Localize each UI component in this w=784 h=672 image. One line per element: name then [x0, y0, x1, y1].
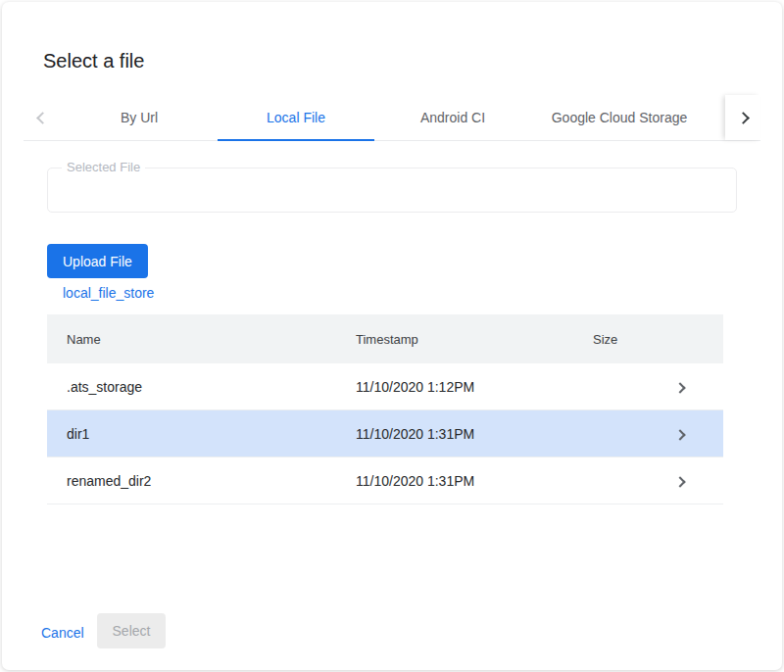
tab-android-ci[interactable]: Android CI: [374, 95, 531, 140]
dialog-title: Select a file: [43, 49, 144, 72]
table-row[interactable]: .ats_storage 11/10/2020 1:12PM: [47, 363, 723, 410]
selected-file-input[interactable]: [48, 168, 736, 212]
tab-scroll-left-button[interactable]: [24, 95, 61, 140]
file-timestamp: 11/10/2020 1:31PM: [356, 473, 593, 489]
tab-by-url[interactable]: By Url: [61, 95, 218, 140]
selected-file-label: Selected File: [62, 160, 145, 175]
file-name: renamed_dir2: [47, 473, 356, 489]
tab-label: Google Cloud Storage: [552, 110, 688, 125]
column-header-size: Size: [593, 332, 671, 347]
table-header-row: Name Timestamp Size: [47, 314, 723, 363]
tab-scroll-right-button[interactable]: [725, 95, 760, 140]
file-timestamp: 11/10/2020 1:12PM: [356, 379, 593, 395]
file-table: Name Timestamp Size .ats_storage 11/10/2…: [47, 314, 723, 504]
chevron-right-icon: [737, 112, 750, 124]
tab-label: Android CI: [420, 110, 485, 125]
tab-bar: By Url Local File Android CI Google Clou…: [24, 95, 760, 141]
tab-label: Local File: [267, 110, 325, 125]
chevron-left-icon: [36, 112, 49, 124]
file-name: .ats_storage: [47, 379, 356, 395]
table-row[interactable]: renamed_dir2 11/10/2020 1:31PM: [47, 457, 723, 504]
chevron-right-icon: [674, 382, 685, 393]
file-store-breadcrumb[interactable]: local_file_store: [63, 285, 154, 301]
upload-file-button[interactable]: Upload File: [47, 244, 148, 278]
cancel-button[interactable]: Cancel: [33, 621, 92, 645]
column-header-name: Name: [47, 332, 356, 347]
tab-local-file[interactable]: Local File: [218, 95, 374, 140]
chevron-right-icon: [674, 429, 685, 440]
table-row-selected[interactable]: dir1 11/10/2020 1:31PM: [47, 410, 723, 457]
file-timestamp: 11/10/2020 1:31PM: [356, 426, 593, 442]
select-file-dialog: Select a file By Url Local File Android …: [2, 2, 782, 670]
chevron-right-icon: [674, 476, 685, 487]
selected-file-field: Selected File: [47, 168, 737, 213]
column-header-timestamp: Timestamp: [356, 332, 593, 347]
tab-label: By Url: [121, 110, 158, 125]
file-name: dir1: [47, 426, 356, 442]
tab-google-cloud-storage[interactable]: Google Cloud Storage: [531, 95, 708, 140]
select-button[interactable]: Select: [97, 613, 166, 648]
